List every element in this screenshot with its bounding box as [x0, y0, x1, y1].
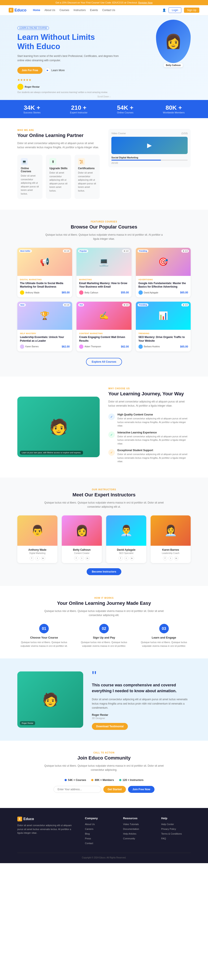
- footer-link-careers[interactable]: Careers: [85, 828, 93, 830]
- about-section-label: WHO WE ARE: [18, 129, 100, 131]
- nav-link-about[interactable]: About Us: [45, 9, 55, 12]
- footer-description: Dolor sit amet consectetur adipiscing el…: [18, 824, 76, 835]
- footer-col-company: Company About Us Careers Blog Press Cont…: [85, 817, 114, 846]
- footer-link-terms[interactable]: Terms & Conditions: [161, 832, 182, 835]
- instructors-section-label: OUR INSTRUCTORS: [18, 488, 190, 491]
- course-price-5: $65.00: [180, 345, 188, 348]
- social-fb-3[interactable]: f: [163, 556, 167, 560]
- course-thumb-emoji-2: 🎯: [158, 257, 168, 266]
- testimonial-person-emoji: 🧑: [42, 692, 59, 707]
- footer-link-videos[interactable]: Video Tutorials: [123, 823, 139, 826]
- footer-link-contact[interactable]: Contact: [85, 842, 93, 845]
- course-card-5: 📊 Trending ★ 4.8 TRENDING SEO Mastery: D…: [136, 302, 190, 352]
- footer-link-help-articles[interactable]: Help Articles: [123, 832, 136, 835]
- course-rating-5: ★ 4.8: [181, 303, 189, 306]
- download-testimonial-button[interactable]: Download Testimonial: [92, 723, 128, 730]
- social-icons-1: f t in: [64, 556, 99, 560]
- video-thumb[interactable]: ▶: [111, 137, 188, 154]
- footer-link-about[interactable]: About Us: [85, 823, 95, 826]
- instructor-body-3: Karen Barnes Leadership Coach f t in: [150, 546, 190, 563]
- banner-link[interactable]: Register Now: [138, 1, 152, 4]
- course-instructor-row-2: David Aplagale $65.00: [138, 290, 188, 295]
- instructor-avatar-2: [138, 290, 143, 295]
- instructor-body-1: Betty Calhoun Content Creator f t in: [62, 546, 102, 563]
- footer-logo: E Educo: [18, 817, 76, 821]
- nav-link-courses[interactable]: Courses: [59, 9, 69, 12]
- hero-title: Learn Without Limits With Educo: [18, 32, 121, 51]
- stat-number-3: 80K +: [163, 104, 185, 111]
- course-badge-5: Trending: [138, 303, 149, 306]
- social-tw-1[interactable]: t: [80, 556, 84, 560]
- social-fb-2[interactable]: f: [118, 556, 123, 560]
- cta-join-button[interactable]: Join Free Now: [128, 786, 155, 793]
- why-feature-1: ✓ Interactive Learning Experience Dolor …: [108, 431, 190, 445]
- social-tw-2[interactable]: t: [124, 556, 128, 560]
- nav-link-home[interactable]: Home: [33, 9, 40, 12]
- course-category-2: ADVERTISING: [138, 278, 188, 281]
- social-in-3[interactable]: in: [174, 556, 179, 560]
- instructor-role-3: Leadership Coach: [153, 552, 188, 554]
- stat-item-3: 80K + Worldwide Members: [163, 104, 185, 114]
- social-tw-0[interactable]: t: [35, 556, 40, 560]
- course-category-1: MARKETING: [79, 278, 129, 281]
- signup-button[interactable]: Sign Up: [184, 8, 199, 13]
- footer-link-faq[interactable]: FAQ: [161, 837, 166, 840]
- hero-person-circle: 👩: [156, 20, 190, 63]
- footer-link-docs[interactable]: Documentation: [123, 828, 139, 830]
- stat-number-0: 34K +: [23, 104, 40, 111]
- footer-links-company: About Us Careers Blog Press Contact: [85, 822, 114, 845]
- step-title-0: Choose Your Course: [18, 636, 71, 639]
- scroll-hint[interactable]: Scroll Down ↓: [97, 95, 110, 98]
- step-desc-0: Quisque luctus nisi ut libero. Quisque l…: [18, 641, 71, 648]
- social-icons-3: f t in: [153, 556, 188, 560]
- instructor-emoji-1: 👩: [62, 515, 102, 546]
- cta-get-started-button[interactable]: Get Started: [103, 786, 126, 793]
- why-feature-text-0: High Quality Content Course Dolor sit am…: [117, 413, 190, 428]
- join-free-button[interactable]: Join For Free: [18, 67, 42, 74]
- all-instructors-button[interactable]: Become Instructors: [87, 568, 122, 575]
- instructor-avatar-1: [79, 290, 83, 295]
- login-button[interactable]: Login: [168, 7, 181, 13]
- why-person-emoji: 🧑: [49, 418, 68, 436]
- hero-badge: LEARN & ONLINE COURSE: [18, 26, 49, 30]
- social-in-1[interactable]: in: [85, 556, 90, 560]
- footer-link-blog[interactable]: Blog: [85, 832, 90, 835]
- cta-section: CALL TO ACTION Join Educo Community Quis…: [0, 741, 208, 808]
- why-feature-2: ✓ Exceptional Student Support Dolor sit …: [108, 449, 190, 463]
- play-icon: ▶: [45, 68, 50, 73]
- footer-link-privacy[interactable]: Privacy Policy: [161, 828, 176, 830]
- stat-label-1: Expert Instructor: [70, 111, 88, 114]
- social-in-0[interactable]: in: [41, 556, 45, 560]
- footer-col-title-help: Help: [161, 817, 190, 820]
- how-description: Quisque luctus nisi ut libero. Quisque l…: [43, 609, 165, 617]
- footer-link-community[interactable]: Community: [123, 837, 135, 840]
- nav-link-events[interactable]: Events: [90, 9, 98, 12]
- explore-courses-button[interactable]: Explore All Courses: [86, 358, 122, 366]
- social-fb-0[interactable]: f: [30, 556, 34, 560]
- instructor-thumb-2: 👨‍💼: [106, 515, 146, 546]
- social-in-2[interactable]: in: [130, 556, 134, 560]
- cta-input-row: Get Started Join Free Now: [18, 786, 190, 793]
- cta-badge-2: 120 + Instructors: [119, 778, 144, 781]
- instructor-thumb-0: 👨: [18, 515, 58, 546]
- footer-link-help-center[interactable]: Help Center: [161, 823, 174, 826]
- social-fb-1[interactable]: f: [74, 556, 78, 560]
- footer-link-press[interactable]: Press: [85, 837, 91, 840]
- why-img-label: Learn at your own pace, with lifetime ac…: [20, 451, 83, 455]
- cta-email-input[interactable]: [53, 786, 101, 793]
- navbar: E Educo Home About Us Courses Instructor…: [0, 5, 208, 15]
- nav-link-contact[interactable]: Contact Us: [102, 9, 115, 12]
- course-badge-0: Best Seller: [19, 250, 32, 253]
- cta-badges: 54K + Courses 80K + Members 120 + Instru…: [18, 778, 190, 781]
- course-card-1: 💻 Popular ★ 4.8 MARKETING Email Marketin…: [77, 248, 131, 298]
- social-tw-3[interactable]: t: [168, 556, 173, 560]
- learn-more-button[interactable]: ▶ Learn More: [45, 68, 64, 73]
- course-thumb-4: ✍️ Hot ★ 4.8: [77, 302, 131, 330]
- how-section-label: HOW IT WORKS: [18, 597, 190, 599]
- nav-link-instructors[interactable]: Instructors: [74, 9, 86, 12]
- footer-col-title-resources: Resources: [123, 817, 152, 820]
- course-body-5: TRENDING SEO Mastery: Drive Organic Traf…: [136, 330, 190, 352]
- footer-col-help: Help Help Center Privacy Policy Terms & …: [161, 817, 190, 846]
- step-title-2: Learn and Engage: [137, 636, 190, 639]
- social-icons-2: f t in: [109, 556, 144, 560]
